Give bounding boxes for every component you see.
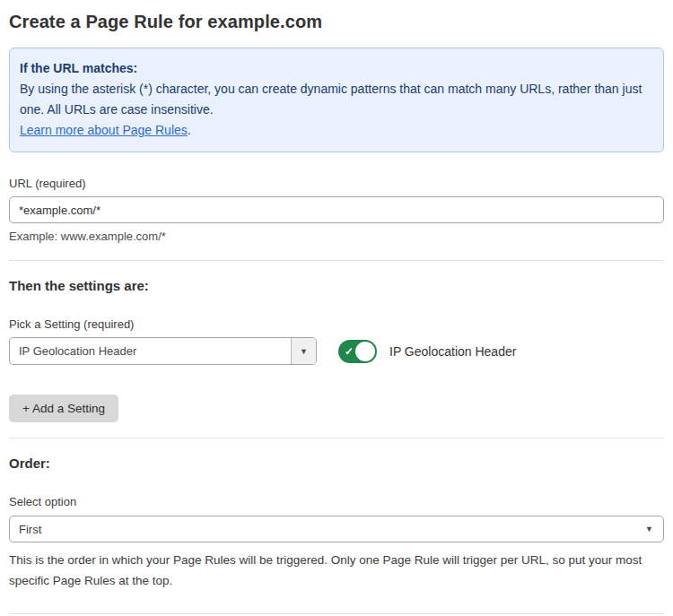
create-page-rule-form: Create a Page Rule for example.com If th… [0, 0, 673, 616]
order-select-value: First [19, 523, 41, 536]
divider [9, 438, 664, 438]
info-box-link-line: Learn more about Page Rules. [20, 120, 651, 141]
order-select[interactable]: First ▼ [9, 516, 664, 542]
geolocation-toggle-label: IP Geolocation Header [389, 344, 516, 359]
url-match-info-box: If the URL matches: By using the asteris… [9, 48, 664, 152]
toggle-knob [355, 342, 375, 361]
url-helper-text: Example: www.example.com/* [9, 230, 664, 243]
info-box-heading: If the URL matches: [20, 58, 651, 79]
divider [9, 613, 664, 614]
geolocation-toggle-switch[interactable]: ✓ [338, 340, 377, 363]
info-box-body: By using the asterisk (*) character, you… [20, 79, 651, 120]
pick-setting-label: Pick a Setting (required) [9, 317, 664, 331]
setting-row: IP Geolocation Header ▼ ✓ IP Geolocation… [9, 337, 664, 365]
order-helper-text: This is the order in which your Page Rul… [9, 550, 655, 591]
settings-section-heading: Then the settings are: [9, 278, 664, 293]
page-title: Create a Page Rule for example.com [9, 0, 664, 32]
learn-more-link[interactable]: Learn more about Page Rules [20, 123, 188, 137]
setting-select-arrow-button[interactable]: ▼ [291, 338, 316, 364]
check-icon: ✓ [345, 344, 354, 359]
setting-select-value: IP Geolocation Header [10, 338, 291, 364]
order-section-heading: Order: [9, 455, 664, 471]
chevron-down-icon: ▼ [300, 347, 308, 356]
geolocation-toggle-group: ✓ IP Geolocation Header [338, 340, 516, 363]
link-suffix: . [188, 123, 191, 137]
url-input[interactable] [9, 196, 664, 223]
order-select-label: Select option [9, 495, 664, 508]
setting-select[interactable]: IP Geolocation Header ▼ [9, 337, 317, 365]
url-field-label: URL (required) [9, 177, 664, 190]
chevron-down-icon: ▼ [645, 525, 653, 534]
divider [9, 260, 664, 261]
add-setting-button[interactable]: + Add a Setting [9, 395, 118, 422]
